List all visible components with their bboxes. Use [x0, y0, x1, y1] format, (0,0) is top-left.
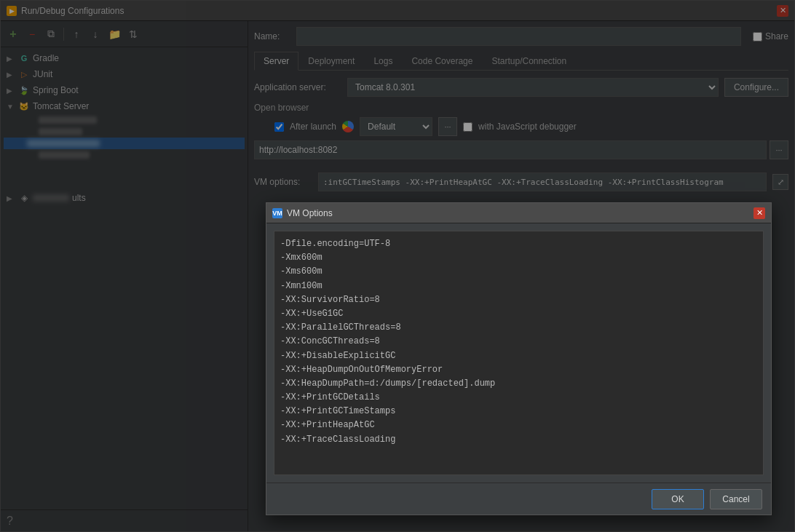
dialog-title-icon: VM [272, 208, 282, 218]
dialog-close-button[interactable]: ✕ [754, 207, 765, 219]
dialog-body: -Dfile.encoding=UTF-8 -Xmx600m -Xms600m … [266, 223, 771, 483]
dialog-footer: OK Cancel [266, 483, 771, 515]
vm-options-dialog: VM VM Options ✕ -Dfile.encoding=UTF-8 -X… [266, 202, 772, 515]
dialog-title-bar: VM VM Options ✕ [266, 203, 771, 223]
dialog-title-left: VM VM Options [272, 208, 333, 218]
dialog-title-text: VM Options [287, 208, 333, 218]
cancel-button[interactable]: Cancel [710, 489, 762, 509]
vm-options-textarea[interactable]: -Dfile.encoding=UTF-8 -Xmx600m -Xms600m … [274, 231, 764, 475]
ok-button[interactable]: OK [652, 489, 704, 509]
